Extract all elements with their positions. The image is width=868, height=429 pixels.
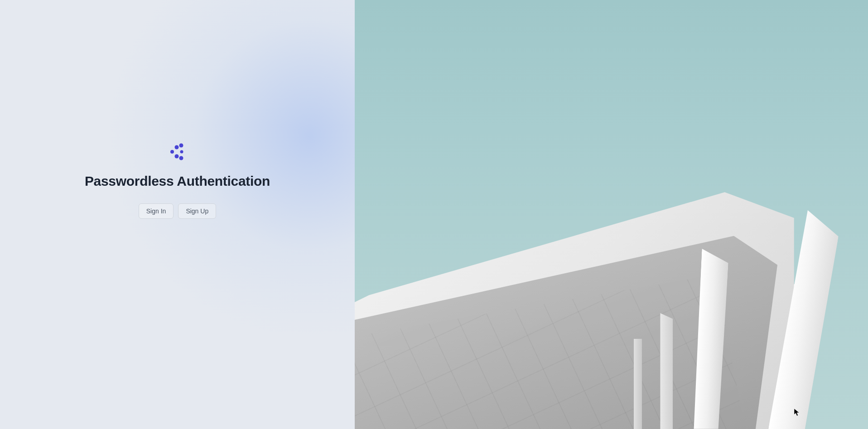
signup-button[interactable]: Sign Up xyxy=(178,203,216,219)
signin-button[interactable]: Sign In xyxy=(139,203,174,219)
svg-point-5 xyxy=(180,150,183,153)
auth-left-panel: Passwordless Authentication Sign In Sign… xyxy=(0,0,355,429)
svg-point-4 xyxy=(179,156,183,160)
svg-point-3 xyxy=(179,143,183,147)
auth-content: Passwordless Authentication Sign In Sign… xyxy=(85,143,270,219)
hero-image-panel xyxy=(355,0,868,429)
svg-point-0 xyxy=(170,150,174,154)
page-title: Passwordless Authentication xyxy=(85,174,270,189)
svg-point-1 xyxy=(175,145,179,149)
svg-point-2 xyxy=(175,154,179,158)
app-logo-icon xyxy=(168,143,186,161)
mouse-cursor-icon xyxy=(794,408,800,416)
auth-button-group: Sign In Sign Up xyxy=(139,203,216,219)
architecture-hero-image xyxy=(355,0,868,429)
